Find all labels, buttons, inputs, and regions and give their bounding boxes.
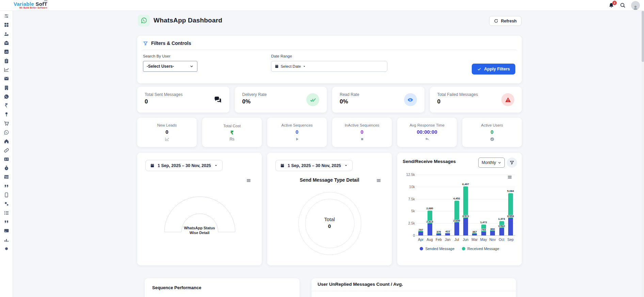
period-select[interactable]: Monthly [478, 158, 505, 168]
sidebar-item-sliders[interactable] [0, 12, 13, 20]
bar-sent-nov[interactable] [490, 231, 495, 235]
apply-filters-button[interactable]: Apply Filters [472, 64, 515, 75]
stop-icon [360, 137, 365, 142]
sidebar-item-gear-26[interactable] [0, 244, 13, 253]
stat-value: 0 [165, 129, 168, 135]
sliders-icon [4, 13, 9, 19]
charts-row: 1 Sep, 2025 – 30 Nov, 2025 WhatsApp Stat… [137, 153, 522, 265]
whatsapp-outline-icon [4, 130, 9, 135]
legend-item-received-message[interactable]: Received Message [462, 247, 499, 251]
users-gear-icon [4, 31, 9, 37]
logo[interactable]: Variable SofT We Build Better Software [14, 1, 47, 9]
refresh-button[interactable]: Refresh [489, 16, 521, 26]
whatsapp-icon [141, 17, 147, 24]
notifications-button[interactable]: 2 [608, 2, 614, 9]
notification-badge: 2 [612, 1, 617, 5]
sidebar-item-envelope-7[interactable] [0, 74, 13, 83]
donut-date-range-button[interactable]: 1 Sep, 2025 – 30 Nov, 2025 [275, 160, 353, 171]
sidebar-item-credit-card-24[interactable] [0, 226, 13, 235]
bar-sent-feb[interactable] [436, 234, 441, 235]
envelope-icon [4, 76, 9, 81]
stat-label: Active Sequences [281, 123, 312, 127]
legend-label: Sended Message [425, 247, 454, 251]
stat-value: 00:00:00 [417, 129, 437, 135]
bar-sent-mar[interactable] [472, 234, 477, 235]
gridline [416, 235, 515, 236]
sidebar-item-whatsapp-9[interactable] [0, 92, 13, 101]
sidebar-item-table-list-18[interactable] [0, 172, 13, 181]
scrollbar-thumb[interactable] [642, 11, 644, 62]
building-icon [4, 85, 9, 90]
bar-sent-sep[interactable] [508, 218, 513, 235]
bar-sent-jan[interactable] [445, 233, 450, 235]
whatsapp-status-gauge-card: 1 Sep, 2025 – 30 Nov, 2025 WhatsApp Stat… [137, 153, 262, 265]
stat-card-read-rate: Read Rate 0% [332, 87, 424, 113]
whatsapp-icon [4, 94, 9, 99]
send-receive-messages-card: Send/Receive Messages Monthly 7972,4132,… [397, 153, 522, 265]
bar-sent-aug[interactable] [428, 224, 432, 235]
bar-chart-icon [4, 237, 9, 243]
sidebar-item-chart-bar-square-4[interactable] [0, 47, 13, 56]
chat-bubbles-icon [214, 96, 222, 104]
stat-card-total-failed-messages: Total Failed Messages 0 [430, 87, 522, 113]
user-avatar[interactable] [631, 1, 640, 10]
search-icon[interactable] [620, 2, 626, 8]
bar-sent-apr[interactable] [418, 232, 423, 235]
gauge-date-range-button[interactable]: 1 Sep, 2025 – 30 Nov, 2025 [145, 160, 223, 171]
sequence-performance-card: Sequence Performance [145, 278, 300, 297]
date-range-value: 1 Sep, 2025 – 30 Nov, 2025 [288, 163, 341, 168]
legend-item-sended-message[interactable]: Sended Message [420, 247, 454, 251]
grid-icon [4, 22, 9, 28]
cart-icon [4, 121, 9, 126]
bar-sent-oct[interactable] [499, 228, 504, 235]
y-tick-label: 12.5k [401, 172, 415, 177]
chart-menu-icon[interactable] [246, 178, 251, 183]
sidebar-item-quote-19[interactable] [0, 182, 13, 191]
sidebar-item-envelope-open-3[interactable] [0, 38, 13, 47]
sidebar-item-building-8[interactable] [0, 83, 13, 92]
sidebar-item-link-15[interactable] [0, 146, 13, 154]
sidebar-item-bar-chart-25[interactable] [0, 235, 13, 244]
sidebar-item-rupee-10[interactable] [0, 101, 13, 110]
list-ul-icon [4, 210, 9, 216]
bar-value-label: 422 [446, 230, 450, 233]
stat-card-new-leads: New Leads 0 [137, 118, 197, 147]
bar-sent-may[interactable] [481, 232, 486, 235]
sidebar-item-id-card-16[interactable] [0, 155, 13, 164]
sidebar-item-users-gear-2[interactable] [0, 30, 13, 38]
gauge-center-label: WhatsApp Status Wise Detail [137, 226, 262, 235]
sidebar-item-cart-12[interactable] [0, 119, 13, 128]
bar-value-label: 370 [436, 230, 441, 233]
chart-menu-icon[interactable] [376, 178, 381, 183]
bar-received-jun[interactable] [463, 186, 468, 218]
bar-value-label: 367 [472, 230, 477, 233]
select-users-dropdown[interactable]: -Select Users- [143, 61, 197, 72]
vertical-scrollbar[interactable] [642, 11, 644, 297]
chart-filter-button[interactable] [507, 158, 517, 168]
rupee-icon [4, 103, 9, 108]
donut-center-label: Total 0 [267, 216, 392, 229]
sidebar-item-whatsapp-outline-13[interactable] [0, 128, 13, 137]
sidebar-item-chart-line-6[interactable] [0, 65, 13, 74]
bar-value-label: 2,680 [426, 207, 433, 210]
bar-received-jan[interactable] [445, 233, 450, 233]
date-range-input[interactable]: Select Date [271, 61, 387, 72]
sidebar-item-quote-23[interactable] [0, 217, 13, 226]
sidebar-item-gears-21[interactable] [0, 199, 13, 208]
stat-value: ₹ [230, 130, 234, 136]
bar-value-label: 1,373 [498, 217, 505, 220]
stat-label: Active Users [481, 123, 503, 127]
x-tick-label: Jan [443, 237, 452, 242]
sidebar-item-list-ul-22[interactable] [0, 209, 13, 217]
sidebar-item-map-pin-11[interactable] [0, 110, 13, 119]
bar-sent-jul[interactable] [454, 222, 459, 235]
sidebar-item-mobile-20[interactable] [0, 191, 13, 199]
sidebar-item-clipboard-5[interactable] [0, 56, 13, 65]
filter-funnel-icon [143, 41, 148, 46]
sidebar-item-home-14[interactable] [0, 137, 13, 146]
y-tick-label: 5k [401, 209, 415, 213]
sidebar-item-stopwatch-17[interactable] [0, 164, 13, 172]
bar-sent-jun[interactable] [463, 218, 468, 235]
sidebar-item-grid-1[interactable] [0, 20, 13, 29]
double-check-icon [310, 97, 316, 103]
